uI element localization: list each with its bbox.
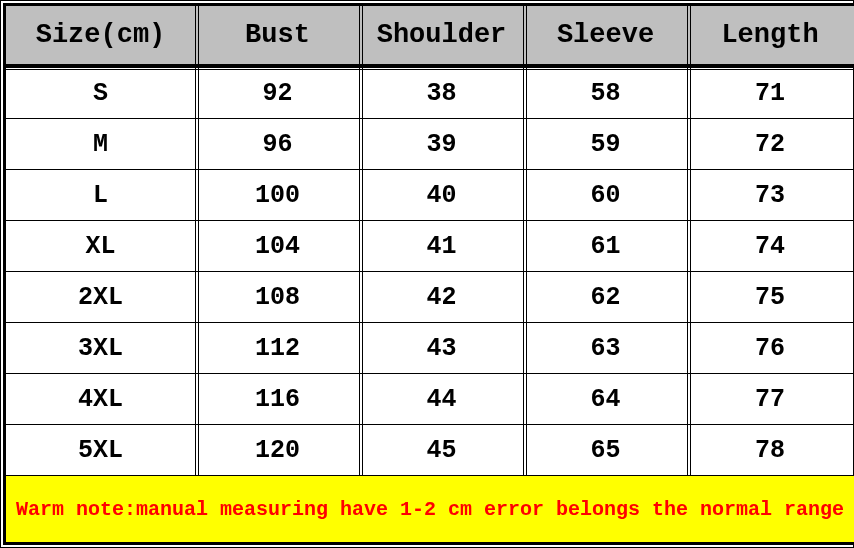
header-bust: Bust bbox=[196, 6, 360, 64]
header-size: Size(cm) bbox=[6, 6, 196, 64]
cell-size: L bbox=[6, 170, 196, 220]
cell-length: 78 bbox=[688, 425, 852, 475]
cell-size: 5XL bbox=[6, 425, 196, 475]
cell-length: 73 bbox=[688, 170, 852, 220]
cell-sleeve: 58 bbox=[524, 68, 688, 118]
cell-size: XL bbox=[6, 221, 196, 271]
cell-length: 71 bbox=[688, 68, 852, 118]
cell-sleeve: 60 bbox=[524, 170, 688, 220]
cell-size: 4XL bbox=[6, 374, 196, 424]
cell-bust: 108 bbox=[196, 272, 360, 322]
cell-sleeve: 62 bbox=[524, 272, 688, 322]
cell-bust: 120 bbox=[196, 425, 360, 475]
cell-length: 74 bbox=[688, 221, 852, 271]
cell-bust: 96 bbox=[196, 119, 360, 169]
table-row: 4XL 116 44 64 77 bbox=[6, 374, 854, 425]
cell-length: 76 bbox=[688, 323, 852, 373]
cell-shoulder: 44 bbox=[360, 374, 524, 424]
cell-bust: 112 bbox=[196, 323, 360, 373]
header-shoulder: Shoulder bbox=[360, 6, 524, 64]
cell-shoulder: 38 bbox=[360, 68, 524, 118]
table-row: 3XL 112 43 63 76 bbox=[6, 323, 854, 374]
cell-bust: 100 bbox=[196, 170, 360, 220]
cell-length: 77 bbox=[688, 374, 852, 424]
cell-length: 75 bbox=[688, 272, 852, 322]
cell-shoulder: 43 bbox=[360, 323, 524, 373]
cell-shoulder: 39 bbox=[360, 119, 524, 169]
cell-shoulder: 45 bbox=[360, 425, 524, 475]
cell-shoulder: 40 bbox=[360, 170, 524, 220]
warm-note: Warm note:manual measuring have 1-2 cm e… bbox=[6, 476, 854, 542]
cell-shoulder: 41 bbox=[360, 221, 524, 271]
cell-sleeve: 61 bbox=[524, 221, 688, 271]
cell-size: M bbox=[6, 119, 196, 169]
cell-sleeve: 63 bbox=[524, 323, 688, 373]
cell-bust: 116 bbox=[196, 374, 360, 424]
cell-sleeve: 65 bbox=[524, 425, 688, 475]
cell-length: 72 bbox=[688, 119, 852, 169]
size-chart-table: Size(cm) Bust Shoulder Sleeve Length S 9… bbox=[3, 3, 854, 545]
table-row: S 92 38 58 71 bbox=[6, 68, 854, 119]
table-row: L 100 40 60 73 bbox=[6, 170, 854, 221]
cell-bust: 104 bbox=[196, 221, 360, 271]
header-row: Size(cm) Bust Shoulder Sleeve Length bbox=[6, 6, 854, 68]
table-row: XL 104 41 61 74 bbox=[6, 221, 854, 272]
cell-bust: 92 bbox=[196, 68, 360, 118]
cell-size: 2XL bbox=[6, 272, 196, 322]
header-length: Length bbox=[688, 6, 852, 64]
cell-size: S bbox=[6, 68, 196, 118]
table-row: M 96 39 59 72 bbox=[6, 119, 854, 170]
cell-sleeve: 59 bbox=[524, 119, 688, 169]
cell-size: 3XL bbox=[6, 323, 196, 373]
table-row: 5XL 120 45 65 78 bbox=[6, 425, 854, 476]
header-sleeve: Sleeve bbox=[524, 6, 688, 64]
table-row: 2XL 108 42 62 75 bbox=[6, 272, 854, 323]
cell-sleeve: 64 bbox=[524, 374, 688, 424]
cell-shoulder: 42 bbox=[360, 272, 524, 322]
